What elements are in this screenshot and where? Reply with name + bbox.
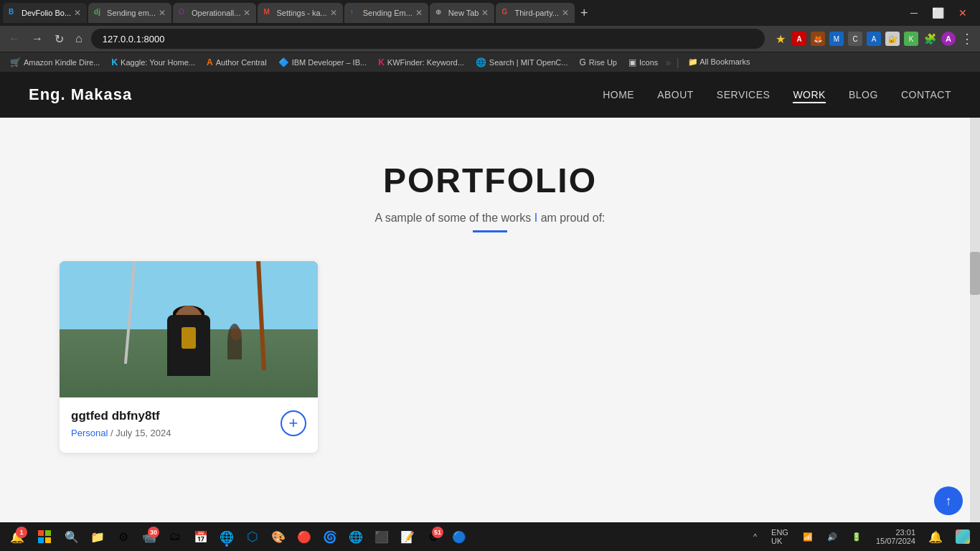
close-button[interactable]: ✕ [954,6,971,20]
notification-center-icon[interactable]: 🔔 1 [6,525,29,548]
clock-date: 15/07/2024 [876,537,915,545]
nav-item-contact[interactable]: CONTACT [901,88,951,101]
forward-button[interactable]: → [29,31,46,47]
extension-icon-7[interactable]: K [904,32,918,46]
taskbar-icon-16[interactable]: ⚙ 51 [422,525,445,548]
card-plus-button-1[interactable]: + [281,410,306,436]
home-button[interactable]: ⌂ [72,31,85,47]
bookmark-ibm-label: IBM Developer – IB... [292,58,367,67]
extension-icon-4[interactable]: C [848,32,862,46]
navbar-nav: HOME ABOUT SERVICES WORK BLOG CONTACT [603,88,951,101]
bookmark-ibm[interactable]: 🔷 IBM Developer – IB... [274,56,372,69]
taskbar-icon-12[interactable]: 🌀 [319,525,341,548]
taskbar-icon-6[interactable]: 🗂 [164,525,187,548]
tab-close-4[interactable]: ✕ [415,8,423,18]
bookmark-riseup-label: Rise Up [589,58,617,67]
nav-link-about[interactable]: ABOUT [657,89,694,100]
card-body-1: ggtfed dbfny8tf Personal / July 15, 2024… [60,397,318,453]
terminal-taskbar-button[interactable]: ⬛ [370,525,393,548]
bookmark-riseup[interactable]: G Rise Up [575,56,621,69]
address-input[interactable] [91,29,765,49]
reload-button[interactable]: ↻ [52,31,67,47]
bookmark-kw-icon: K [378,57,385,67]
volume-button[interactable]: 🔊 [823,531,842,543]
bookmark-amazon[interactable]: 🛒 Amazon Kindle Dire... [6,56,104,69]
tab-operational[interactable]: O Operationall... ✕ [173,3,256,23]
back-button[interactable]: ← [6,31,23,47]
taskbar-icon-11[interactable]: 🔴 [293,525,316,548]
tab-close-3[interactable]: ✕ [330,8,337,18]
card-title-1: ggtfed dbfny8tf [71,409,272,423]
card-category-1[interactable]: Personal [71,428,108,438]
extension-icon-3[interactable]: M [829,32,844,46]
bookmark-kwfinder[interactable]: K KWFinder: Keyword... [374,56,468,69]
tab-close-1[interactable]: ✕ [159,8,166,18]
bookmark-all-bookmarks[interactable]: 📁 All Bookmarks [688,57,750,67]
menu-button[interactable]: ⋮ [960,32,974,46]
tab-close-7[interactable]: ✕ [562,8,569,18]
scroll-top-button[interactable]: ↑ [934,486,963,515]
tab-title-2: Operationall... [192,9,240,17]
maximize-button[interactable]: ⬜ [928,6,948,20]
bookmark-icons[interactable]: ▣ Icons [624,56,662,69]
tab-thirdparty[interactable]: G Third-party... ✕ [496,3,575,23]
scrollbar-track[interactable] [970,72,980,522]
portfolio-card-1[interactable]: ggtfed dbfny8tf Personal / July 15, 2024… [60,261,318,453]
tab-close-2[interactable]: ✕ [243,8,250,18]
chrome-taskbar-button[interactable]: 🌐 [215,525,238,548]
bookmarks-bar: 🛒 Amazon Kindle Dire... K Kaggle: Your H… [0,52,980,72]
tab-close-6[interactable]: ✕ [481,8,489,18]
file-explorer-taskbar-button[interactable]: 📁 [86,525,109,548]
svg-rect-1 [45,530,51,536]
tab-sending1[interactable]: dj Sending em... ✕ [88,3,171,23]
nav-link-contact[interactable]: CONTACT [901,89,951,100]
nav-link-home[interactable]: HOME [603,89,634,100]
nav-item-services[interactable]: SERVICES [717,88,771,101]
tab-sending2[interactable]: ↑ Sending Em... ✕ [344,3,428,23]
nav-item-home[interactable]: HOME [603,88,634,101]
notifications-button[interactable]: 🔔 [925,529,946,545]
extension-icon-5[interactable]: A [867,32,881,46]
tab-newtab[interactable]: ⊕ New Tab ✕ [430,3,495,23]
nav-link-services[interactable]: SERVICES [717,89,771,100]
tab-title-1: Sending em... [107,9,156,17]
paint-taskbar-button[interactable]: 🎨 [267,525,290,548]
notepad-taskbar-button[interactable]: 📝 [396,525,419,548]
tab-settings[interactable]: M Settings - ka... ✕ [258,3,342,23]
new-tab-button[interactable]: + [576,6,593,21]
taskbar-icon-6-symbol: 🗂 [169,530,181,543]
color-preview[interactable] [951,528,974,545]
nav-item-about[interactable]: ABOUT [657,88,694,101]
start-button[interactable] [32,524,57,550]
bookmark-star-icon[interactable]: ★ [773,32,788,46]
extension-icon-2[interactable]: 🦊 [811,32,825,46]
video-taskbar-button[interactable]: 📹 30 [138,525,161,548]
search-taskbar-button[interactable]: 🔍 [60,525,83,548]
file-explorer-icon: 📁 [90,530,105,544]
clock-button[interactable]: 23:01 15/07/2024 [872,527,920,547]
scrollbar-thumb[interactable] [970,252,980,295]
settings-taskbar-button[interactable]: ⚙ [112,525,135,548]
extension-icon-6[interactable]: 🔐 [885,32,900,46]
bookmark-author-central[interactable]: A Author Central [202,56,271,69]
profile-icon[interactable]: A [941,32,956,46]
taskbar-icon-13[interactable]: 🌐 [344,525,367,548]
vscode-taskbar-button[interactable]: ⬡ [241,525,264,548]
extension-icon-1[interactable]: A [792,32,806,46]
bookmark-kaggle[interactable]: K Kaggle: Your Home... [107,56,199,69]
extensions-button[interactable]: 🧩 [923,32,937,46]
bookmark-mit[interactable]: 🌐 Search | MIT OpenC... [471,56,573,69]
language-indicator[interactable]: ENGUK [767,527,793,547]
minimize-button[interactable]: ─ [906,6,922,20]
nav-link-work[interactable]: WORK [793,89,826,103]
battery-button[interactable]: 🔋 [847,531,866,543]
nav-item-work[interactable]: WORK [793,88,826,101]
tray-expand-button[interactable]: ^ [749,531,761,542]
wifi-button[interactable]: 📶 [798,531,817,543]
taskbar-icon-17[interactable]: 🔵 [448,525,471,548]
tab-close-devfolio[interactable]: ✕ [74,8,81,18]
tab-devfolio[interactable]: B DevFolio Bo... ✕ [3,3,87,23]
calendar-taskbar-button[interactable]: 📅 [189,525,212,548]
nav-link-blog[interactable]: BLOG [849,89,878,100]
nav-item-blog[interactable]: BLOG [849,88,878,101]
